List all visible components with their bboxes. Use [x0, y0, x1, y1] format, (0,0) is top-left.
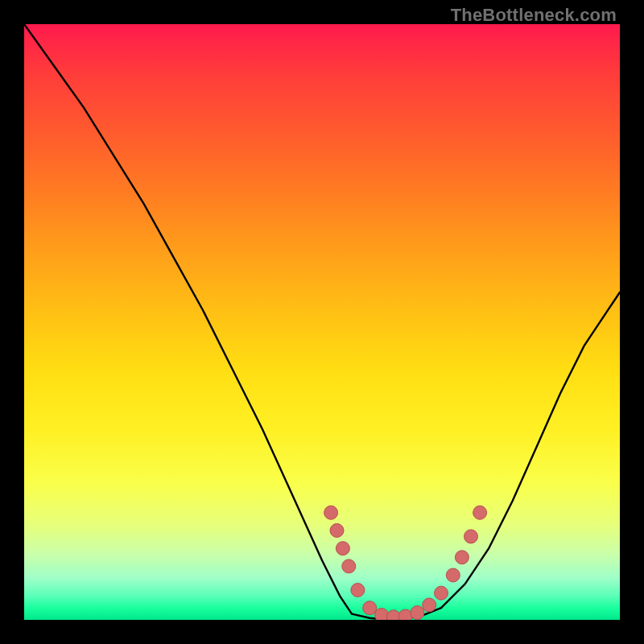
data-marker: [473, 506, 487, 519]
curve-left: [24, 24, 352, 614]
data-marker: [435, 586, 448, 600]
data-marker: [411, 606, 424, 620]
data-marker: [464, 530, 478, 543]
watermark-text: TheBottleneck.com: [451, 5, 617, 26]
data-marker: [423, 598, 436, 612]
data-marker: [363, 601, 377, 615]
chart-frame: [24, 24, 620, 620]
data-marker: [351, 584, 365, 597]
data-marker: [446, 568, 460, 582]
data-marker: [455, 551, 469, 564]
data-marker: [386, 610, 400, 620]
data-marker: [398, 609, 412, 620]
chart-svg: [24, 24, 620, 620]
data-marker: [336, 542, 349, 555]
data-marker: [330, 524, 344, 538]
marker-group: [324, 506, 487, 620]
data-marker: [324, 506, 338, 519]
data-marker: [342, 559, 356, 573]
